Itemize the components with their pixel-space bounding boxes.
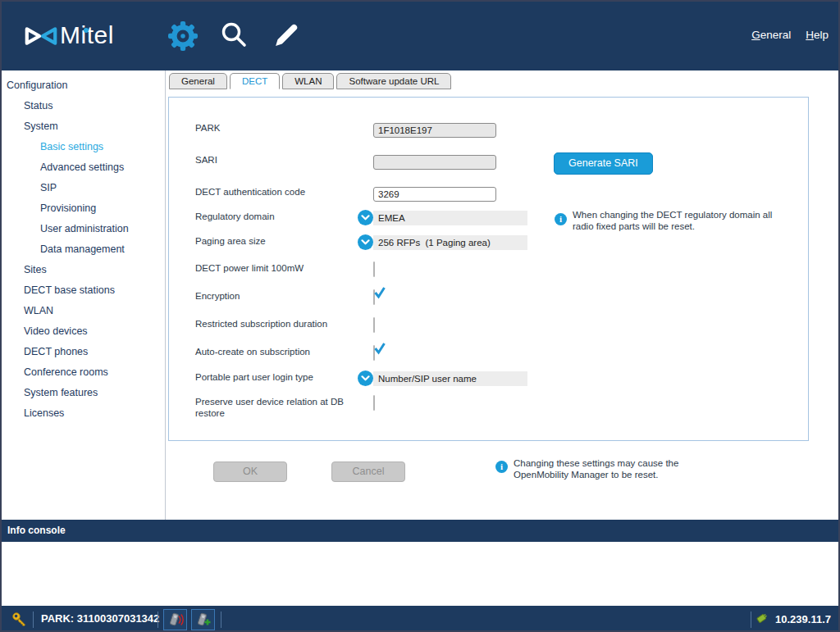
sari-label: SARI	[195, 155, 369, 166]
preserve-relation-checkbox[interactable]	[373, 395, 375, 411]
network-connection-icon	[756, 611, 770, 627]
settings-tabs: General DECT WLAN Software update URL	[169, 73, 451, 89]
settings-reset-note-text: Changing these settings may cause the Op…	[514, 457, 704, 480]
info-console-title: Info console	[2, 520, 838, 542]
login-type-label: Portable part user login type	[195, 372, 369, 384]
form-row-login-type: Portable part user login type Number/SIP…	[169, 371, 808, 388]
tab-software-update-url[interactable]: Software update URL	[336, 73, 451, 89]
tab-wlan[interactable]: WLAN	[282, 73, 334, 89]
statusbar-divider	[221, 612, 221, 628]
sidebar-item-status[interactable]: Status	[2, 96, 165, 116]
search-icon[interactable]	[218, 20, 249, 54]
regulatory-domain-note-text: When changing the DECT regulatory domain…	[573, 209, 792, 232]
generate-sari-button[interactable]: Generate SARI	[554, 152, 653, 175]
paging-area-size-value: 256 RFPs (1 Paging area)	[373, 235, 527, 250]
header-bar: Mitel	[2, 2, 838, 70]
sidebar-item-basic-settings[interactable]: Basic settings	[2, 137, 165, 157]
dect-subscription-icon-button[interactable]	[163, 609, 187, 630]
menu-general[interactable]: General	[751, 29, 791, 41]
navigation-sidebar: Configuration Status System Basic settin…	[2, 70, 166, 520]
brand-title: Mitel	[60, 21, 114, 49]
sidebar-item-sip[interactable]: SIP	[2, 178, 165, 198]
tab-dect[interactable]: DECT	[230, 73, 280, 89]
form-row-restricted-subscription: Restricted subscription duration	[169, 318, 808, 334]
paging-area-size-label: Paging area size	[195, 236, 369, 248]
sidebar-item-advanced-settings[interactable]: Advanced settings	[2, 157, 165, 178]
statusbar-divider	[751, 612, 751, 628]
auth-code-label: DECT authentication code	[195, 187, 369, 198]
sidebar-item-dect-phones[interactable]: DECT phones	[2, 342, 165, 362]
ok-button[interactable]: OK	[213, 461, 287, 482]
preserve-relation-label: Preserve user device relation at DB rest…	[195, 397, 369, 419]
auth-code-input[interactable]	[373, 187, 496, 202]
restricted-subscription-checkbox[interactable]	[373, 317, 375, 333]
sidebar-item-sites[interactable]: Sites	[2, 260, 165, 280]
menu-help[interactable]: Help	[806, 29, 829, 41]
brand-i-dot	[84, 28, 89, 33]
sidebar-item-system[interactable]: System	[2, 116, 165, 137]
form-row-power-limit: DECT power limit 100mW	[169, 262, 808, 279]
regulatory-domain-value: EMEA	[373, 211, 527, 225]
edit-pencil-icon[interactable]	[272, 22, 299, 52]
cancel-button[interactable]: Cancel	[331, 461, 405, 482]
login-type-value: Number/SIP user name	[373, 371, 527, 386]
sidebar-item-data-management[interactable]: Data management	[2, 239, 165, 260]
chevron-down-icon[interactable]	[358, 210, 373, 225]
auto-create-label: Auto-create on subscription	[195, 347, 369, 358]
sari-input	[373, 155, 496, 170]
park-status-text: PARK: 31100307031342	[41, 606, 159, 632]
sidebar-item-system-features[interactable]: System features	[2, 383, 165, 403]
statusbar-divider	[33, 612, 34, 628]
regulatory-domain-label: Regulatory domain	[195, 211, 369, 223]
sidebar-item-conference-rooms[interactable]: Conference rooms	[2, 362, 165, 383]
sidebar-item-wlan[interactable]: WLAN	[2, 301, 165, 321]
restricted-subscription-label: Restricted subscription duration	[195, 319, 369, 330]
info-icon	[495, 461, 508, 473]
header-menu: General Help	[751, 29, 829, 41]
info-console-bar: Info console	[2, 520, 838, 542]
gear-icon[interactable]	[168, 21, 198, 54]
power-limit-label: DECT power limit 100mW	[195, 263, 369, 275]
settings-reset-note: Changing these settings may cause the Op…	[495, 457, 710, 480]
sidebar-item-dect-base-stations[interactable]: DECT base stations	[2, 280, 165, 301]
tab-general[interactable]: General	[169, 73, 227, 89]
form-row-park: PARK	[169, 122, 808, 139]
mitel-logo-icon	[23, 24, 59, 52]
form-row-sari: SARI	[169, 154, 808, 171]
status-bar: PARK: 31100307031342	[2, 606, 838, 630]
info-icon	[555, 213, 567, 225]
form-row-preserve-relation: Preserve user device relation at DB rest…	[169, 396, 808, 412]
encryption-label: Encryption	[195, 291, 369, 302]
sidebar-item-configuration[interactable]: Configuration	[2, 75, 165, 96]
dect-auto-create-icon-button[interactable]	[191, 609, 215, 630]
omm-window: Mitel	[0, 0, 840, 632]
form-row-paging-area-size: Paging area size 256 RFPs (1 Paging area…	[169, 235, 808, 252]
sidebar-item-licenses[interactable]: Licenses	[2, 403, 165, 424]
regulatory-domain-note: When changing the DECT regulatory domain…	[555, 209, 801, 232]
statusbar-divider	[158, 612, 158, 628]
form-row-encryption: Encryption	[169, 290, 808, 307]
sidebar-item-provisioning[interactable]: Provisioning	[2, 198, 165, 219]
omm-ip-address: 10.239.11.7	[775, 613, 831, 625]
chevron-down-icon[interactable]	[358, 234, 373, 250]
power-limit-checkbox[interactable]	[373, 261, 375, 277]
park-label: PARK	[195, 123, 369, 134]
encryption-checkbox[interactable]	[373, 289, 375, 305]
chevron-down-icon[interactable]	[358, 371, 373, 386]
park-input	[373, 123, 496, 138]
sidebar-item-user-administration[interactable]: User administration	[2, 219, 165, 239]
form-row-auto-create: Auto-create on subscription	[169, 346, 808, 362]
auto-create-checkbox[interactable]	[373, 345, 375, 361]
form-row-auth-code: DECT authentication code	[169, 186, 808, 202]
info-console-body	[2, 542, 838, 606]
key-icon	[11, 612, 28, 631]
dect-settings-panel: PARK SARI Generate SARI DECT authenticat…	[168, 97, 809, 441]
main-content: General DECT WLAN Software update URL PA…	[167, 70, 838, 520]
sidebar-item-video-devices[interactable]: Video devices	[2, 321, 165, 342]
